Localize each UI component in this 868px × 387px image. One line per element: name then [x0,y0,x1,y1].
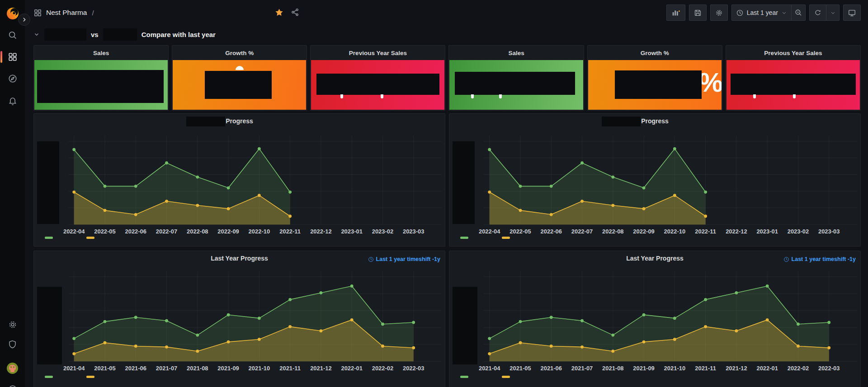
x-axis-label: 2022-08 [602,228,623,235]
legend-swatch-green[interactable] [460,237,468,239]
panel-title[interactable]: Previous Year Sales [726,46,860,60]
variable-dropdown-redacted[interactable] [103,28,137,41]
search-icon[interactable] [0,26,25,44]
value-fragment [499,94,502,98]
time-series-chart: 2021-042021-052021-062021-072021-082021-… [34,251,445,387]
panel-title[interactable]: Growth % [172,46,307,60]
redacted-y-axis [453,287,477,364]
value-fragment [340,94,343,98]
refresh-interval-dropdown[interactable] [826,5,840,21]
x-axis-label: 2021-07 [156,365,177,372]
legend-swatch-green[interactable] [45,376,53,378]
redacted-value [205,71,272,99]
x-axis-label: 2022-09 [217,228,239,235]
legend-swatch-yellow[interactable] [86,376,94,378]
time-series-panel: Progress2022-042022-052022-062022-072022… [33,113,445,247]
panel-title[interactable]: Growth % [588,46,722,60]
clock-icon [736,9,744,17]
share-icon[interactable] [291,8,300,17]
x-axis-label: 2021-09 [217,365,239,372]
save-dashboard-button[interactable] [689,5,707,21]
x-axis-label: 2022-10 [249,228,270,235]
x-axis-label: 2021-04 [63,365,85,372]
x-axis-label: 2021-07 [571,365,593,372]
x-axis-label: 2022-08 [187,228,208,235]
configuration-gear-icon[interactable] [0,316,25,334]
legend-swatch-green[interactable] [45,237,53,239]
active-indicator [0,51,2,63]
clock-icon [368,256,374,262]
x-axis-label: 2022-01 [756,365,778,372]
alerting-bell-icon[interactable] [0,92,25,110]
redacted-value [37,70,164,103]
x-axis-label: 2023-01 [756,228,778,235]
x-axis-label: 2023-01 [341,228,362,235]
time-series-chart: 2022-042022-052022-062022-072022-082022-… [449,114,860,246]
time-range-picker[interactable]: Last 1 year [731,5,791,21]
x-axis-label: 2021-12 [726,365,747,372]
stat-panel: Previous Year Sales [310,45,445,111]
x-axis-label: 2023-03 [818,228,840,235]
stat-value-area: % [588,60,722,110]
add-panel-button[interactable] [666,5,685,21]
progress-panels-row: Progress2022-042022-052022-062022-072022… [33,113,861,246]
sidebar-expand-button[interactable] [18,14,30,26]
explore-compass-icon[interactable] [0,70,25,88]
apps-grid-icon [33,9,42,17]
dashboard-title[interactable]: Nest Pharma [46,9,87,17]
x-axis-label: 2022-02 [788,365,809,372]
top-navigation: Nest Pharma / [25,0,868,25]
panel-title[interactable]: Progress [34,117,445,125]
sidebar-item-dashboards[interactable] [0,48,25,66]
x-axis-label: 2022-11 [695,228,716,235]
x-axis-label: 2021-12 [310,365,331,372]
server-admin-shield-icon[interactable] [0,335,25,353]
x-axis-label: 2022-07 [571,228,593,235]
value-fragment [793,94,796,98]
x-axis-label: 2022-05 [94,228,115,235]
redacted-value [731,74,856,95]
panel-title[interactable]: Sales [449,46,583,60]
stat-panel: Sales [448,45,584,111]
x-axis-label: 2021-10 [664,365,685,372]
x-axis-label: 2022-05 [509,228,531,235]
legend-swatch-green[interactable] [460,376,468,378]
x-axis-label: 2021-09 [633,365,654,372]
time-series-chart: 2021-042021-052021-062021-072021-082021-… [449,251,860,387]
x-axis-label: 2021-04 [479,365,500,372]
panel-title[interactable]: Sales [34,46,168,60]
value-fragment: % [699,69,722,96]
time-range-label: Last 1 year [747,9,778,16]
kiosk-mode-button[interactable] [843,5,861,21]
refresh-button[interactable] [809,5,826,21]
legend-swatch-yellow[interactable] [502,237,510,239]
timeshift-label: Last 1 year timeshift -1y [792,256,856,262]
timeshift-link[interactable]: Last 1 year timeshift -1y [368,256,440,262]
nav-sidebar [0,0,25,387]
dashboard-settings-button[interactable] [710,5,728,21]
help-icon[interactable] [0,380,25,387]
legend-swatch-yellow[interactable] [86,237,94,239]
legend-swatch-yellow[interactable] [502,376,510,378]
x-axis-label: 2021-05 [509,365,531,372]
dashboard-main: Nest Pharma / [25,0,868,387]
variable-dropdown-redacted[interactable] [44,28,86,41]
x-axis-label: 2022-02 [372,365,393,372]
favorite-star-icon[interactable] [274,8,284,17]
zoom-out-time-button[interactable] [791,5,806,21]
time-picker-group: Last 1 year [731,5,806,21]
x-axis-label: 2023-02 [372,228,393,235]
redacted-y-axis [453,141,475,224]
user-avatar[interactable] [0,359,25,377]
value-fragment [753,94,756,98]
panel-title[interactable]: Progress [449,117,860,125]
redacted-title-prefix [186,117,225,126]
vs-label: vs [91,31,99,38]
panel-title[interactable]: Previous Year Sales [311,46,445,60]
last-year-panels-row: Last Year ProgressLast 1 year timeshift … [33,251,861,387]
timeshift-link[interactable]: Last 1 year timeshift -1y [783,256,856,262]
breadcrumb-separator: / [92,9,94,17]
stat-value-area [173,60,306,110]
stat-value-area [726,60,860,110]
x-axis-label: 2022-04 [479,228,500,235]
